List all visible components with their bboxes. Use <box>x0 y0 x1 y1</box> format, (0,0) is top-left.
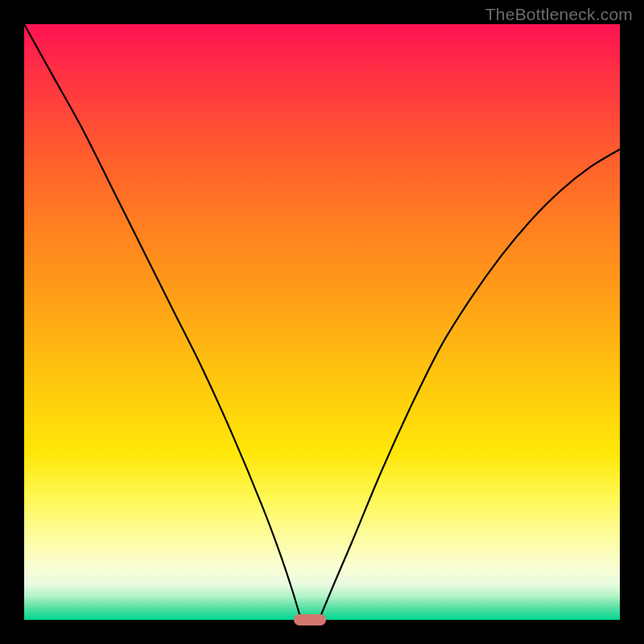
bottleneck-marker <box>294 614 326 625</box>
plot-area <box>24 24 620 620</box>
chart-frame: TheBottleneck.com <box>0 0 644 644</box>
bottleneck-curve <box>24 24 620 620</box>
watermark-text: TheBottleneck.com <box>485 5 633 24</box>
